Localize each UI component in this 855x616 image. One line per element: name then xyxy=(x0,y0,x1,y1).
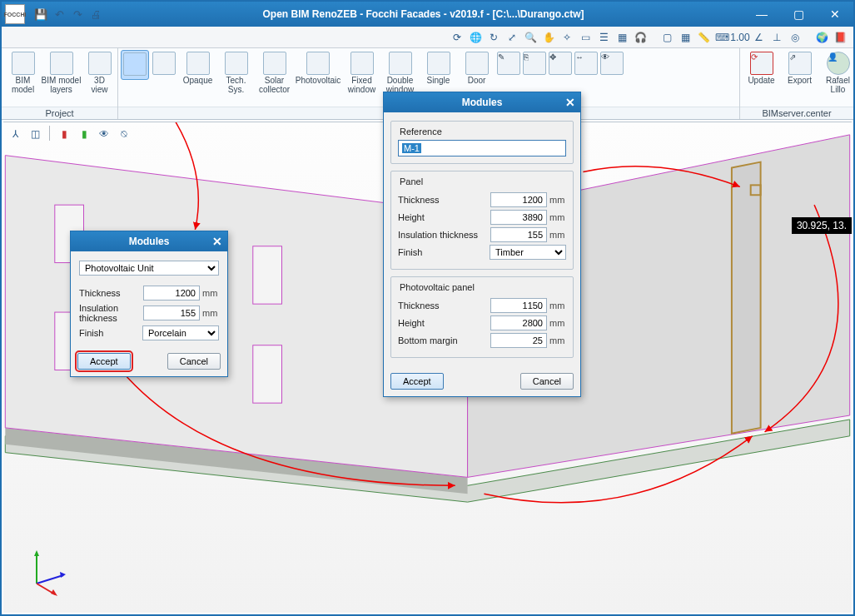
bim-layers-button[interactable]: BIM modellayers xyxy=(42,50,80,96)
solar-collector-button[interactable]: Solarcollector xyxy=(256,50,293,96)
move-button[interactable]: ✥ xyxy=(548,50,573,78)
modules-dialog-large: Modules✕ Reference M-1 Panel Thicknessmm… xyxy=(383,92,581,397)
door-button[interactable]: Door xyxy=(458,50,495,87)
refresh-icon[interactable]: ↻ xyxy=(485,29,502,46)
view-toolbar: ⟳ 🌐 ↻ ⤢ 🔍 ✋ ✧ ▭ ☰ ▦ 🎧 ▢ ▦ 📏 ⌨ 1.00 ∠ ⊥ ◎… xyxy=(2,27,853,48)
panel-height-input[interactable] xyxy=(490,210,547,225)
scale-icon[interactable]: 1.00 xyxy=(732,29,748,46)
globe-icon[interactable]: 🌐 xyxy=(467,29,484,46)
cancel-button[interactable]: Cancel xyxy=(520,373,574,390)
reference-legend: Reference xyxy=(396,127,445,137)
export-button[interactable]: ⇗Export xyxy=(781,50,818,87)
fixed-window-button[interactable]: Fixedwindow xyxy=(343,50,380,96)
single-button[interactable]: Single xyxy=(420,50,457,87)
hide-icon[interactable]: ⦰ xyxy=(116,126,132,142)
photovoltaic-button[interactable]: Photovoltaic xyxy=(294,50,342,87)
pan-icon[interactable]: ✋ xyxy=(540,29,557,46)
print-icon[interactable]: 🖨 xyxy=(88,7,103,22)
fit-icon[interactable]: ✧ xyxy=(559,29,575,46)
update-button[interactable]: ⟳Update xyxy=(743,50,780,87)
visibility-button[interactable]: 👁 xyxy=(599,50,624,78)
redo-icon[interactable]: ↷ xyxy=(70,7,85,22)
zoom-extents-icon[interactable]: ⤢ xyxy=(504,29,520,46)
pv-height-input[interactable] xyxy=(490,315,547,330)
pv-margin-input[interactable] xyxy=(490,333,547,348)
save-icon[interactable]: 💾 xyxy=(33,7,48,22)
svg-line-12 xyxy=(37,575,63,584)
module-button-alt[interactable] xyxy=(150,50,178,78)
viewport-toolbar: ⅄ ◫ ▮ ▮ 👁 ⦰ xyxy=(7,126,132,142)
panel-finish-select[interactable]: Timber xyxy=(490,245,566,260)
quick-access-toolbar: 💾 ↶ ↷ 🖨 xyxy=(33,7,103,22)
pv-legend: Photovoltaic panel xyxy=(396,282,478,292)
snap-icon[interactable]: ◎ xyxy=(787,29,803,46)
edit-pencil-button[interactable]: ✎ xyxy=(496,50,521,78)
help-globe-icon[interactable]: 🌍 xyxy=(813,29,830,46)
dialog-title: Modules✕ xyxy=(384,92,580,112)
window-icon[interactable]: ▭ xyxy=(577,29,594,46)
finish-select[interactable]: Porcelain xyxy=(142,325,219,340)
ribbon-group-project: Project xyxy=(2,107,117,119)
pv-thickness-input[interactable] xyxy=(490,298,547,313)
orbit-icon[interactable]: ⟳ xyxy=(449,29,465,46)
opaque-button[interactable]: Opaque xyxy=(179,50,216,87)
svg-rect-9 xyxy=(253,345,282,403)
angle-icon[interactable]: ∠ xyxy=(750,29,767,46)
accept-button[interactable]: Accept xyxy=(390,373,444,390)
bim-model-button[interactable]: BIMmodel xyxy=(4,50,42,96)
accept-button[interactable]: Accept xyxy=(77,353,131,370)
svg-marker-13 xyxy=(60,572,66,578)
ribbon-group-bimserver: BIMserver.center xyxy=(740,107,853,119)
insulation-input[interactable] xyxy=(143,306,200,320)
eye-icon[interactable]: 👁 xyxy=(96,126,112,142)
coordinate-readout: 30.925, 13. xyxy=(792,217,852,234)
help-book-icon[interactable]: 📕 xyxy=(832,29,848,46)
reference-input[interactable]: M-1 xyxy=(398,140,566,156)
panel-thickness-input[interactable] xyxy=(490,192,547,207)
zoom-icon[interactable]: 🔍 xyxy=(522,29,539,46)
layers-icon[interactable]: ☰ xyxy=(595,29,612,46)
maximize-button[interactable]: ▢ xyxy=(780,2,817,27)
double-window-button[interactable]: Doublewindow xyxy=(381,50,419,96)
titlebar: FOCCHI 💾 ↶ ↷ 🖨 Open BIM RenoZEB - Focchi… xyxy=(2,2,853,27)
minimize-button[interactable]: — xyxy=(743,2,780,27)
keyboard-icon[interactable]: ⌨ xyxy=(713,29,730,46)
wireframe-icon[interactable]: ◫ xyxy=(27,126,43,142)
modules-dialog-small: Modules✕ Photovoltaic Unit Thicknessmm I… xyxy=(70,231,228,377)
thickness-input[interactable] xyxy=(143,286,200,301)
window-title: Open BIM RenoZEB - Focchi Facades - v201… xyxy=(103,8,743,20)
grid-icon[interactable]: ▦ xyxy=(677,29,693,46)
ruler-icon[interactable]: 📏 xyxy=(695,29,712,46)
svg-rect-8 xyxy=(253,246,282,304)
dialog-title: Modules✕ xyxy=(71,231,227,251)
rect-icon[interactable]: ▢ xyxy=(659,29,675,46)
panel-insulation-input[interactable] xyxy=(490,227,547,242)
panel-legend: Panel xyxy=(396,176,426,186)
close-icon[interactable]: ✕ xyxy=(212,235,222,248)
axis-gizmo xyxy=(20,546,70,596)
cancel-button[interactable]: Cancel xyxy=(167,353,221,370)
3d-view-button[interactable]: 3Dview xyxy=(81,50,118,96)
close-icon[interactable]: ✕ xyxy=(565,96,575,109)
copy-button[interactable]: ⎘ xyxy=(522,50,547,78)
module-type-select[interactable]: Photovoltaic Unit xyxy=(79,261,219,276)
svg-marker-11 xyxy=(34,550,39,556)
tech-sys-button[interactable]: Tech.Sys. xyxy=(217,50,255,96)
user-button[interactable]: 👤RafaelLillo xyxy=(819,50,855,96)
svg-marker-15 xyxy=(51,589,57,596)
close-button[interactable]: ✕ xyxy=(817,2,853,27)
red-layer-icon[interactable]: ▮ xyxy=(56,126,72,142)
svg-marker-4 xyxy=(732,162,761,434)
green-layer-icon[interactable]: ▮ xyxy=(76,126,92,142)
grid-tool-icon[interactable]: ▦ xyxy=(614,29,630,46)
measure-button[interactable]: ↔ xyxy=(574,50,599,78)
undo-icon[interactable]: ↶ xyxy=(52,7,67,22)
headphones-icon[interactable]: 🎧 xyxy=(632,29,649,46)
axes-icon[interactable]: ⅄ xyxy=(7,126,23,142)
perpendicular-icon[interactable]: ⊥ xyxy=(768,29,785,46)
app-icon: FOCCHI xyxy=(5,4,25,24)
app-window: FOCCHI 💾 ↶ ↷ 🖨 Open BIM RenoZEB - Focchi… xyxy=(0,0,855,616)
module-button-selected[interactable] xyxy=(121,50,149,80)
